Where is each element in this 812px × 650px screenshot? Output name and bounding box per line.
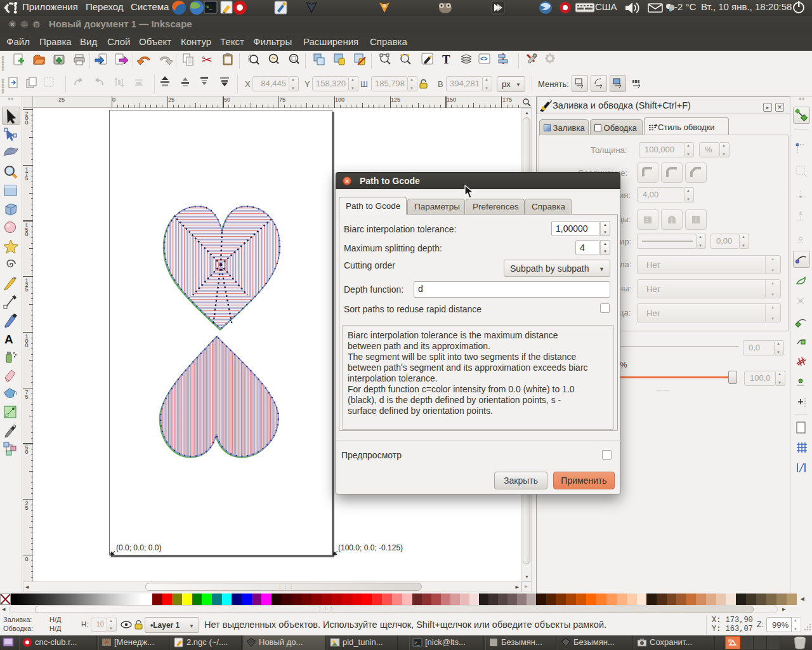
svg-text:150: 150	[447, 96, 456, 103]
svg-text:A: A	[4, 333, 13, 346]
svg-text:25: 25	[168, 96, 174, 103]
svg-text:T: T	[442, 53, 450, 66]
svg-text:(100.0; 0.0; -0.125): (100.0; 0.0; -0.125)	[338, 543, 403, 552]
svg-text:125: 125	[391, 96, 400, 103]
svg-text:<>: <>	[480, 55, 488, 62]
svg-text:175: 175	[502, 96, 512, 103]
svg-text:>_: >_	[414, 640, 419, 646]
svg-text:50: 50	[224, 96, 230, 103]
svg-text:0: 0	[112, 96, 115, 103]
svg-text:✂: ✂	[202, 53, 213, 67]
svg-text:-25: -25	[56, 96, 65, 103]
svg-text:>_: >_	[206, 4, 213, 10]
svg-text:(0.0; 0.0; 0.0): (0.0; 0.0; 0.0)	[116, 543, 161, 552]
svg-text:75: 75	[279, 96, 285, 103]
svg-text:100: 100	[335, 96, 344, 103]
